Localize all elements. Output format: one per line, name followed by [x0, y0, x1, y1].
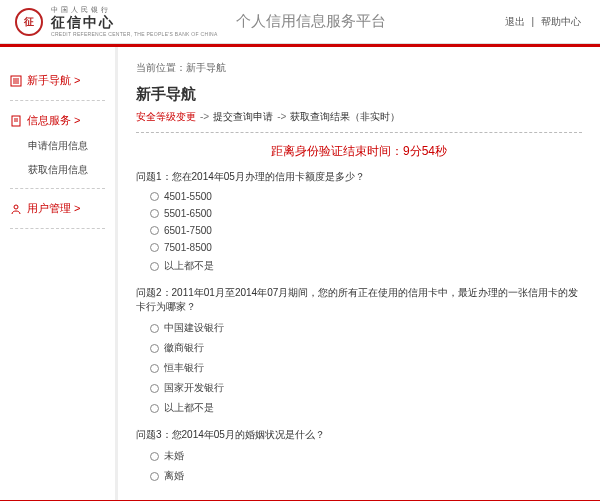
option-row[interactable]: 以上都不是 [136, 398, 582, 418]
sidebar-sub-apply[interactable]: 申请信用信息 [10, 134, 105, 158]
radio-input[interactable] [150, 364, 159, 373]
option-label: 未婚 [164, 449, 184, 463]
seal-icon [15, 8, 43, 36]
top-nav: 退出 | 帮助中心 [501, 15, 585, 29]
sidebar-label: 用户管理 > [27, 201, 80, 216]
option-row[interactable]: 国家开发银行 [136, 378, 582, 398]
step-1: 安全等级变更 [136, 111, 196, 122]
option-row[interactable]: 6501-7500 [136, 222, 582, 239]
logo-top: 中国人民银行 [51, 6, 218, 14]
radio-input[interactable] [150, 226, 159, 235]
option-label: 离婚 [164, 469, 184, 483]
option-row[interactable]: 5501-6500 [136, 205, 582, 222]
option-label: 中国建设银行 [164, 321, 224, 335]
step-2: 提交查询申请 [213, 111, 273, 122]
radio-input[interactable] [150, 452, 159, 461]
option-row[interactable]: 恒丰银行 [136, 358, 582, 378]
arrow-icon: -> [277, 111, 286, 122]
option-row[interactable]: 7501-8500 [136, 239, 582, 256]
option-label: 4501-5500 [164, 191, 212, 202]
radio-input[interactable] [150, 262, 159, 271]
sidebar-item-guide[interactable]: 新手导航 > [10, 67, 105, 94]
main-content: 当前位置：新手导航 新手导航 安全等级变更->提交查询申请->获取查询结果（非实… [115, 47, 600, 500]
radio-input[interactable] [150, 384, 159, 393]
countdown-text: 距离身份验证结束时间：9分54秒 [136, 143, 582, 160]
platform-title: 个人信用信息服务平台 [236, 12, 386, 31]
page-title: 新手导航 [136, 85, 582, 104]
sidebar-sub-get[interactable]: 获取信用信息 [10, 158, 105, 182]
divider [10, 228, 105, 229]
question-2: 问题2：2011年01月至2014年07月期间，您的所有正在使用的信用卡中，最近… [136, 286, 582, 314]
question-1: 问题1：您在2014年05月办理的信用卡额度是多少？ [136, 170, 582, 184]
option-label: 以上都不是 [164, 259, 214, 273]
option-label: 6501-7500 [164, 225, 212, 236]
option-row[interactable]: 4501-5500 [136, 188, 582, 205]
option-label: 5501-6500 [164, 208, 212, 219]
logo-area: 中国人民银行 征信中心 CREDIT REFERENCE CENTER, THE… [15, 6, 386, 37]
sidebar-item-user[interactable]: 用户管理 > [10, 195, 105, 222]
radio-input[interactable] [150, 472, 159, 481]
radio-input[interactable] [150, 404, 159, 413]
option-label: 徽商银行 [164, 341, 204, 355]
user-icon [10, 203, 22, 215]
steps: 安全等级变更->提交查询申请->获取查询结果（非实时） [136, 110, 582, 133]
breadcrumb-value: 新手导航 [186, 62, 226, 73]
sidebar-label: 信息服务 > [27, 113, 80, 128]
doc-icon [10, 115, 22, 127]
divider [10, 100, 105, 101]
radio-input[interactable] [150, 192, 159, 201]
radio-input[interactable] [150, 324, 159, 333]
option-row[interactable]: 以上都不是 [136, 256, 582, 276]
guide-icon [10, 75, 22, 87]
breadcrumb-label: 当前位置： [136, 62, 186, 73]
option-label: 7501-8500 [164, 242, 212, 253]
help-link[interactable]: 帮助中心 [541, 16, 581, 27]
svg-point-7 [14, 205, 18, 209]
option-label: 国家开发银行 [164, 381, 224, 395]
option-label: 恒丰银行 [164, 361, 204, 375]
header: 中国人民银行 征信中心 CREDIT REFERENCE CENTER, THE… [0, 0, 600, 44]
sidebar: 新手导航 > 信息服务 > 申请信用信息 获取信用信息 用户管理 > [0, 47, 115, 500]
option-row[interactable]: 中国建设银行 [136, 318, 582, 338]
option-row[interactable]: 离婚 [136, 466, 582, 486]
option-row[interactable]: 未婚 [136, 446, 582, 466]
arrow-icon: -> [200, 111, 209, 122]
option-row[interactable]: 徽商银行 [136, 338, 582, 358]
divider [10, 188, 105, 189]
sidebar-label: 新手导航 > [27, 73, 80, 88]
radio-input[interactable] [150, 209, 159, 218]
logo-en: CREDIT REFERENCE CENTER, THE PEOPLE'S BA… [51, 31, 218, 37]
logout-link[interactable]: 退出 [505, 16, 525, 27]
radio-input[interactable] [150, 344, 159, 353]
sidebar-item-info[interactable]: 信息服务 > [10, 107, 105, 134]
logo-cn: 征信中心 [51, 14, 218, 31]
question-3: 问题3：您2014年05月的婚姻状况是什么？ [136, 428, 582, 442]
option-label: 以上都不是 [164, 401, 214, 415]
step-3: 获取查询结果（非实时） [290, 111, 400, 122]
breadcrumb: 当前位置：新手导航 [136, 61, 582, 75]
radio-input[interactable] [150, 243, 159, 252]
